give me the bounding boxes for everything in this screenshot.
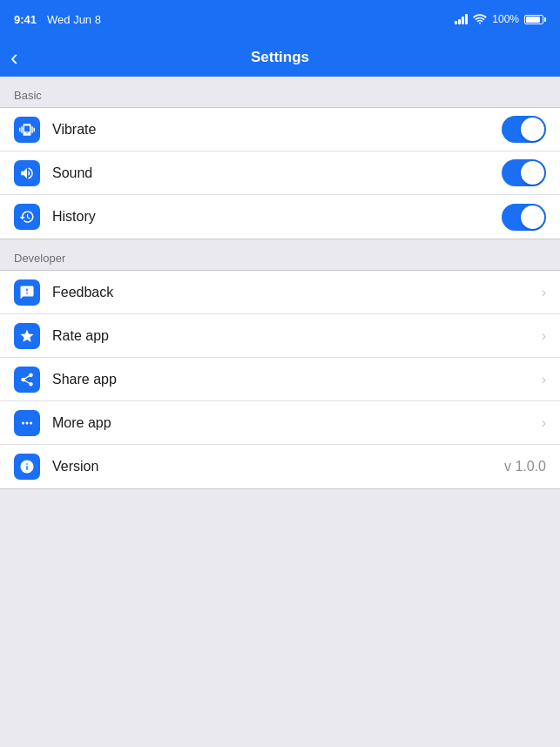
- feedback-icon-container: [14, 279, 40, 306]
- section-header-basic: Basic: [0, 77, 560, 107]
- developer-settings-group: Feedback › Rate app › Share app ›: [0, 270, 560, 489]
- version-icon-container: [14, 454, 40, 480]
- status-date: Wed Jun 8: [47, 13, 101, 26]
- sound-toggle-knob: [521, 161, 544, 185]
- history-toggle[interactable]: [502, 204, 546, 231]
- rate-chevron-icon: ›: [542, 328, 546, 344]
- section-header-developer: Developer: [0, 239, 560, 270]
- rate-icon-container: [14, 323, 40, 349]
- vibrate-toggle[interactable]: [502, 116, 546, 143]
- vibrate-icon-container: [14, 117, 40, 143]
- signal-icon: [455, 14, 468, 24]
- vibrate-toggle-knob: [521, 118, 544, 141]
- version-label: Version: [52, 459, 504, 474]
- share-chevron-icon: ›: [542, 372, 546, 387]
- sound-icon-container: [14, 160, 40, 186]
- sound-label: Sound: [52, 165, 502, 181]
- more-icon: [19, 415, 35, 431]
- settings-content: Basic Vibrate Sound: [0, 77, 560, 489]
- share-app-row[interactable]: Share app ›: [0, 358, 560, 401]
- history-icon: [19, 209, 35, 225]
- history-toggle-knob: [521, 205, 544, 229]
- vibrate-row: Vibrate: [0, 108, 560, 151]
- share-app-label: Share app: [52, 372, 535, 387]
- sound-row: Sound: [0, 151, 560, 195]
- sound-icon: [19, 165, 35, 181]
- more-app-row[interactable]: More app ›: [0, 401, 560, 445]
- rate-app-label: Rate app: [52, 328, 535, 344]
- status-indicators: 100%: [455, 13, 546, 25]
- star-icon: [19, 328, 35, 344]
- back-chevron-icon: ‹: [10, 46, 18, 69]
- status-time-date: 9:41 Wed Jun 8: [14, 13, 101, 26]
- battery-icon: [524, 15, 546, 24]
- basic-settings-group: Vibrate Sound History: [0, 107, 560, 239]
- vibrate-icon: [19, 122, 35, 138]
- feedback-icon: [19, 285, 35, 300]
- sound-toggle[interactable]: [502, 159, 546, 186]
- history-icon-container: [14, 204, 40, 230]
- info-icon: [19, 459, 35, 474]
- battery-percent: 100%: [492, 13, 519, 25]
- version-value: v 1.0.0: [504, 459, 546, 474]
- status-time: 9:41: [14, 13, 37, 26]
- share-icon: [19, 372, 35, 387]
- wifi-icon: [473, 14, 487, 24]
- history-label: History: [52, 209, 502, 225]
- more-icon-container: [14, 410, 40, 436]
- share-icon-container: [14, 367, 40, 393]
- version-row: Version v 1.0.0: [0, 445, 560, 488]
- feedback-chevron-icon: ›: [542, 285, 546, 300]
- more-chevron-icon: ›: [542, 415, 546, 431]
- back-button[interactable]: ‹: [10, 46, 18, 69]
- page-title: Settings: [251, 49, 309, 66]
- nav-bar: ‹ Settings: [0, 38, 560, 77]
- feedback-row[interactable]: Feedback ›: [0, 271, 560, 314]
- status-bar: 9:41 Wed Jun 8 100%: [0, 0, 560, 38]
- more-app-label: More app: [52, 415, 535, 431]
- rate-app-row[interactable]: Rate app ›: [0, 314, 560, 358]
- history-row: History: [0, 195, 560, 239]
- feedback-label: Feedback: [52, 285, 535, 300]
- vibrate-label: Vibrate: [52, 122, 502, 138]
